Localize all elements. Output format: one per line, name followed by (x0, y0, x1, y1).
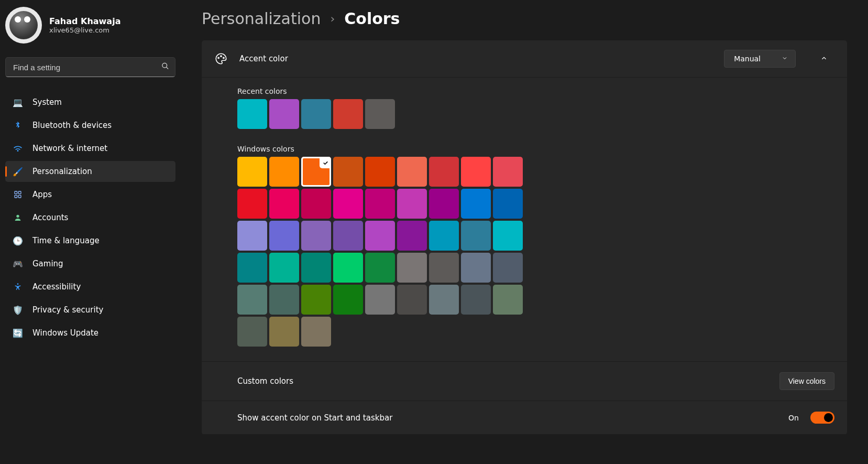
update-icon: 🔄 (13, 328, 23, 338)
windows-color-swatch[interactable] (333, 221, 363, 251)
sidebar-item-label: Windows Update (32, 328, 98, 338)
sidebar-item-accounts[interactable]: Accounts (5, 207, 175, 228)
windows-color-swatch[interactable] (493, 285, 523, 315)
windows-color-swatch[interactable] (429, 189, 459, 219)
windows-color-swatch[interactable] (429, 253, 459, 283)
toggle-value-label: On (788, 414, 799, 422)
breadcrumb-parent[interactable]: Personalization (202, 9, 321, 28)
apps-icon (13, 189, 23, 200)
sidebar-nav: 💻SystemBluetooth & devicesNetwork & inte… (5, 92, 175, 343)
windows-color-swatch[interactable] (269, 253, 299, 283)
svg-point-9 (221, 56, 222, 57)
windows-color-swatch[interactable] (269, 317, 299, 347)
svg-point-10 (223, 57, 224, 58)
recent-color-swatch[interactable] (237, 99, 267, 129)
sidebar-item-privacy[interactable]: 🛡️Privacy & security (5, 299, 175, 320)
sidebar-item-bluetooth[interactable]: Bluetooth & devices (5, 115, 175, 136)
windows-color-swatch[interactable] (365, 157, 395, 187)
sidebar-item-label: Accessibility (32, 282, 81, 292)
sidebar-item-personalization[interactable]: 🖌️Personalization (5, 161, 175, 182)
windows-color-swatch[interactable] (237, 157, 267, 187)
collapse-button[interactable] (814, 49, 834, 69)
sidebar-item-apps[interactable]: Apps (5, 184, 175, 205)
sidebar-item-system[interactable]: 💻System (5, 92, 175, 113)
windows-color-swatch[interactable] (461, 157, 491, 187)
windows-color-swatch[interactable] (397, 253, 427, 283)
sidebar-item-network[interactable]: Network & internet (5, 138, 175, 159)
main-content: Personalization › Colors Accent color Ma… (181, 0, 868, 464)
windows-color-swatch[interactable] (461, 253, 491, 283)
windows-color-swatch[interactable] (429, 221, 459, 251)
windows-color-swatch[interactable] (301, 285, 331, 315)
windows-color-swatch[interactable] (333, 253, 363, 283)
windows-color-swatch[interactable] (397, 285, 427, 315)
windows-color-swatch[interactable] (301, 157, 331, 187)
view-colors-button[interactable]: View colors (779, 372, 834, 390)
windows-color-swatch[interactable] (333, 189, 363, 219)
svg-point-6 (16, 215, 19, 218)
windows-color-swatch[interactable] (493, 253, 523, 283)
recent-color-swatch[interactable] (301, 99, 331, 129)
system-icon: 💻 (13, 97, 23, 107)
custom-colors-row: Custom colors View colors (202, 362, 847, 401)
windows-color-swatch[interactable] (237, 317, 267, 347)
network-icon (13, 143, 23, 154)
user-profile[interactable]: Fahad Khawaja xlive65@live.com (5, 7, 175, 44)
sidebar: Fahad Khawaja xlive65@live.com 💻SystemBl… (0, 0, 181, 464)
windows-color-swatch[interactable] (269, 157, 299, 187)
windows-color-swatch[interactable] (333, 285, 363, 315)
accent-color-card: Accent color Manual Recent colors Window… (202, 40, 847, 435)
sidebar-item-label: Network & internet (32, 144, 107, 153)
sidebar-item-label: Accounts (32, 213, 68, 222)
windows-color-swatch[interactable] (429, 285, 459, 315)
windows-color-swatch[interactable] (333, 157, 363, 187)
sidebar-item-label: Bluetooth & devices (32, 121, 112, 130)
windows-color-swatch[interactable] (269, 285, 299, 315)
windows-color-swatch[interactable] (269, 221, 299, 251)
windows-color-swatch[interactable] (237, 221, 267, 251)
accent-color-header[interactable]: Accent color Manual (202, 40, 847, 78)
sidebar-item-update[interactable]: 🔄Windows Update (5, 322, 175, 343)
windows-color-swatch[interactable] (301, 253, 331, 283)
start-taskbar-row: Show accent color on Start and taskbar O… (202, 401, 847, 435)
windows-color-swatch[interactable] (397, 221, 427, 251)
privacy-icon: 🛡️ (13, 305, 23, 315)
accent-mode-select[interactable]: Manual (724, 50, 796, 68)
start-taskbar-toggle[interactable] (810, 412, 834, 424)
bluetooth-icon (13, 120, 23, 131)
windows-colors-label: Windows colors (237, 145, 834, 153)
recent-color-swatch[interactable] (365, 99, 395, 129)
windows-color-swatch[interactable] (365, 285, 395, 315)
windows-color-swatch[interactable] (493, 157, 523, 187)
windows-color-swatch[interactable] (269, 189, 299, 219)
recent-colors-label: Recent colors (237, 87, 834, 95)
windows-color-swatch[interactable] (365, 221, 395, 251)
recent-colors-row (237, 99, 531, 129)
windows-color-swatch[interactable] (461, 221, 491, 251)
windows-color-swatch[interactable] (461, 285, 491, 315)
windows-color-swatch[interactable] (237, 189, 267, 219)
user-email: xlive65@live.com (49, 26, 120, 34)
windows-color-swatch[interactable] (493, 189, 523, 219)
recent-color-swatch[interactable] (333, 99, 363, 129)
search-input[interactable] (5, 57, 175, 77)
windows-color-swatch[interactable] (301, 317, 331, 347)
svg-rect-2 (15, 191, 17, 194)
sidebar-item-gaming[interactable]: 🎮Gaming (5, 253, 175, 274)
sidebar-item-accessibility[interactable]: Accessibility (5, 276, 175, 297)
recent-color-swatch[interactable] (269, 99, 299, 129)
svg-point-7 (17, 283, 19, 285)
windows-color-swatch[interactable] (397, 157, 427, 187)
sidebar-item-time[interactable]: 🕒Time & language (5, 230, 175, 251)
windows-color-swatch[interactable] (493, 221, 523, 251)
windows-color-swatch[interactable] (461, 189, 491, 219)
windows-color-swatch[interactable] (237, 285, 267, 315)
windows-color-swatch[interactable] (365, 189, 395, 219)
windows-color-swatch[interactable] (301, 189, 331, 219)
windows-color-swatch[interactable] (429, 157, 459, 187)
windows-color-swatch[interactable] (237, 253, 267, 283)
windows-color-swatch[interactable] (301, 221, 331, 251)
windows-color-swatch[interactable] (397, 189, 427, 219)
gaming-icon: 🎮 (13, 258, 23, 269)
windows-color-swatch[interactable] (365, 253, 395, 283)
